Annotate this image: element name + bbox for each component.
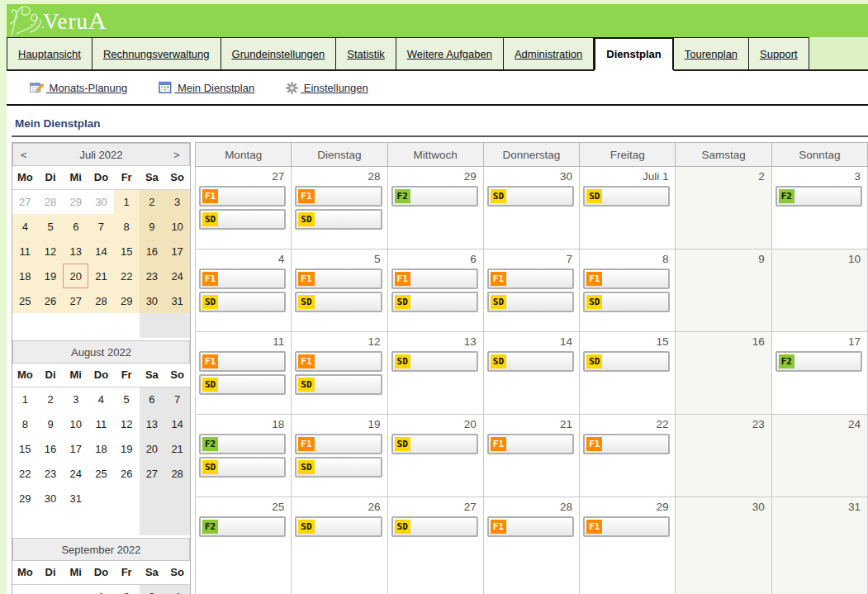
- mini-day-cell[interactable]: 28: [88, 288, 114, 313]
- mini-day-cell[interactable]: 25: [88, 461, 114, 486]
- mini-day-cell[interactable]: 25: [12, 288, 38, 313]
- shift-entry-f1[interactable]: F1: [583, 434, 670, 454]
- mini-day-cell[interactable]: 26: [114, 461, 140, 486]
- mini-day-cell[interactable]: 9: [38, 411, 64, 436]
- day-cell[interactable]: 16: [676, 332, 771, 415]
- mini-day-cell[interactable]: 20: [140, 436, 165, 461]
- mini-day-cell[interactable]: 22: [12, 461, 38, 486]
- mini-day-cell[interactable]: 29: [12, 486, 38, 511]
- day-cell[interactable]: 29F1: [580, 497, 676, 594]
- mini-day-cell[interactable]: 23: [140, 264, 165, 288]
- mini-day-cell[interactable]: 4: [164, 584, 190, 594]
- day-cell[interactable]: 11F1SD: [196, 332, 292, 415]
- mini-day-cell[interactable]: 20: [63, 264, 88, 288]
- shift-entry-sd[interactable]: SD: [391, 351, 478, 372]
- tab-administration[interactable]: Administration: [504, 37, 594, 71]
- mini-day-cell[interactable]: 6: [63, 214, 88, 239]
- mini-day-cell[interactable]: 27: [63, 288, 88, 313]
- mini-day-cell[interactable]: 30: [140, 288, 165, 313]
- mini-day-cell[interactable]: 28: [164, 461, 190, 486]
- mini-day-cell[interactable]: 3: [140, 584, 165, 594]
- shift-entry-sd[interactable]: SD: [295, 457, 382, 478]
- day-cell[interactable]: 21F1: [483, 415, 579, 497]
- day-cell[interactable]: 27F1SD: [196, 167, 292, 249]
- tab-tourenplan[interactable]: Tourenplan: [674, 37, 749, 71]
- tab-rechnungsverwaltung[interactable]: Rechnungsverwaltung: [92, 37, 221, 71]
- mini-day-cell[interactable]: 14: [88, 239, 114, 264]
- mini-day-cell[interactable]: 11: [12, 239, 38, 264]
- shift-entry-f2[interactable]: F2: [199, 434, 286, 454]
- day-cell[interactable]: 29F2: [387, 167, 483, 249]
- mini-day-cell[interactable]: 8: [12, 411, 38, 436]
- shift-entry-f1[interactable]: F1: [583, 516, 670, 537]
- mini-day-cell[interactable]: 4: [88, 387, 114, 411]
- day-cell[interactable]: 27SD: [387, 497, 483, 594]
- tab-weitere-aufgaben[interactable]: Weitere Aufgaben: [396, 37, 504, 71]
- mini-day-cell[interactable]: 30: [38, 486, 64, 511]
- mini-day-cell[interactable]: 24: [164, 264, 190, 288]
- day-cell[interactable]: 31: [771, 497, 867, 594]
- mini-day-cell[interactable]: 1: [12, 387, 38, 411]
- mini-day-cell[interactable]: 21: [88, 264, 114, 288]
- day-cell[interactable]: 3F2: [771, 167, 867, 249]
- day-cell[interactable]: 17F2: [771, 332, 867, 415]
- mini-day-cell[interactable]: 17: [164, 239, 190, 264]
- day-cell[interactable]: 5F1SD: [292, 249, 387, 332]
- day-cell[interactable]: 8F1SD: [580, 249, 676, 332]
- shift-entry-sd[interactable]: SD: [199, 457, 286, 478]
- shift-entry-f1[interactable]: F1: [199, 186, 286, 207]
- shift-entry-sd[interactable]: SD: [295, 209, 382, 230]
- toolbar-item-einstellungen[interactable]: Einstellungen: [286, 82, 368, 94]
- mini-day-cell[interactable]: 16: [38, 436, 64, 461]
- mini-day-cell[interactable]: 12: [38, 239, 64, 264]
- mini-day-cell[interactable]: 7: [164, 387, 190, 411]
- shift-entry-f1[interactable]: F1: [199, 351, 286, 372]
- shift-entry-sd[interactable]: SD: [295, 292, 382, 312]
- shift-entry-f1[interactable]: F1: [295, 351, 382, 372]
- mini-day-cell[interactable]: 17: [63, 436, 88, 461]
- shift-entry-f1[interactable]: F1: [487, 434, 574, 454]
- day-cell[interactable]: 28F1SD: [292, 167, 387, 249]
- mini-day-cell[interactable]: 18: [12, 264, 38, 288]
- day-cell[interactable]: 6F1SD: [387, 249, 483, 332]
- shift-entry-sd[interactable]: SD: [199, 374, 286, 395]
- mini-day-cell[interactable]: 22: [114, 264, 140, 288]
- mini-day-cell[interactable]: 8: [114, 214, 140, 239]
- mini-day-cell[interactable]: 2: [38, 387, 64, 411]
- shift-entry-f1[interactable]: F1: [295, 434, 382, 454]
- mini-day-cell[interactable]: 13: [63, 239, 88, 264]
- day-cell[interactable]: 7F1SD: [483, 249, 579, 332]
- mini-day-cell[interactable]: 18: [88, 436, 114, 461]
- mini-next-month-button[interactable]: >: [173, 149, 182, 161]
- mini-prev-month-button[interactable]: <: [21, 149, 29, 161]
- toolbar-item-monats-planung[interactable]: Monats-Planung: [30, 81, 127, 94]
- day-cell[interactable]: 12F1SD: [292, 332, 387, 415]
- mini-day-cell[interactable]: 3: [164, 189, 190, 214]
- mini-day-cell[interactable]: 10: [164, 214, 190, 239]
- mini-day-cell[interactable]: 29: [114, 288, 140, 313]
- mini-day-cell[interactable]: 14: [164, 411, 190, 436]
- shift-entry-f2[interactable]: F2: [776, 351, 862, 372]
- day-cell[interactable]: 9: [676, 249, 771, 332]
- day-cell[interactable]: 20SD: [387, 415, 483, 497]
- mini-day-cell[interactable]: 5: [38, 214, 64, 239]
- day-cell[interactable]: 13SD: [387, 332, 483, 415]
- mini-day-cell[interactable]: 2: [140, 189, 165, 214]
- mini-day-cell[interactable]: 2: [114, 584, 140, 594]
- shift-entry-f1[interactable]: F1: [391, 268, 478, 289]
- mini-day-cell[interactable]: 31: [164, 288, 190, 313]
- day-cell[interactable]: 28F1: [483, 497, 579, 594]
- shift-entry-sd[interactable]: SD: [583, 292, 670, 312]
- shift-entry-sd[interactable]: SD: [583, 351, 670, 372]
- mini-day-cell[interactable]: 31: [63, 486, 88, 511]
- shift-entry-f1[interactable]: F1: [295, 186, 382, 207]
- day-cell[interactable]: 10: [771, 249, 867, 332]
- mini-day-cell[interactable]: 5: [114, 387, 140, 411]
- shift-entry-sd[interactable]: SD: [199, 292, 286, 312]
- mini-day-cell[interactable]: 6: [140, 387, 165, 411]
- day-cell[interactable]: 25F2: [196, 497, 292, 594]
- shift-entry-sd[interactable]: SD: [487, 186, 574, 207]
- day-cell[interactable]: 30SD: [483, 167, 579, 249]
- mini-day-cell[interactable]: 7: [88, 214, 114, 239]
- mini-day-cell[interactable]: 21: [164, 436, 190, 461]
